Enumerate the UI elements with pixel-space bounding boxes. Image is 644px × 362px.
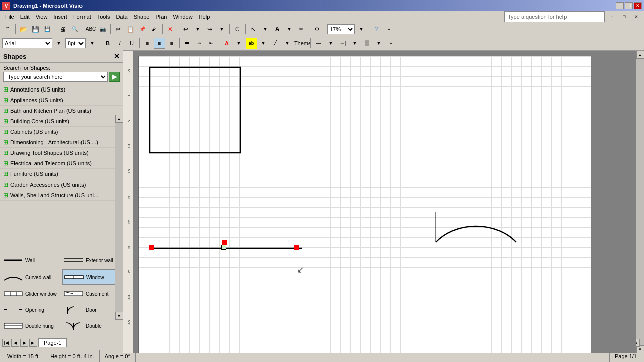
font-color-btn[interactable]: A — [221, 38, 232, 49]
menu-edit[interactable]: Edit — [17, 13, 33, 21]
fmt-options-btn[interactable]: » — [385, 38, 396, 49]
menu-window[interactable]: Window — [170, 13, 196, 21]
shape-window[interactable]: Window — [62, 269, 121, 285]
category-cabinets[interactable]: ⊞ Cabinets (US units) — [0, 127, 123, 137]
print-preview-btn[interactable]: 🔍 — [69, 24, 80, 35]
line-style-dropdown[interactable]: ▼ — [325, 38, 336, 49]
shape-connect-btn[interactable]: ⬡ — [232, 24, 243, 35]
zoom-select[interactable]: 17% 25% 50% 75% 100% — [327, 24, 355, 34]
shapes-close-btn[interactable]: ✕ — [114, 52, 120, 60]
menu-insert[interactable]: Insert — [50, 13, 70, 21]
open-btn[interactable]: 📂 — [18, 24, 29, 35]
new-btn[interactable]: 🗋 — [2, 24, 13, 35]
align-right-btn[interactable]: ≡ — [166, 38, 177, 49]
menu-data[interactable]: Data — [113, 13, 130, 21]
line-ends-dropdown[interactable]: ▼ — [349, 38, 360, 49]
app-min-btn[interactable]: − — [607, 11, 618, 22]
paste-btn[interactable]: 📌 — [137, 24, 148, 35]
endpoint-left-handle[interactable] — [149, 245, 154, 250]
selected-shape-wall[interactable] — [149, 243, 305, 254]
page-last-btn[interactable]: ▶| — [29, 339, 37, 347]
shape-glider-window[interactable]: Glider window — [2, 287, 60, 301]
category-dimensioning[interactable]: ⊞ Dimensioning - Architectural (US ...) — [0, 137, 123, 148]
shapes-scrollbar[interactable]: ▲ ▼ — [115, 115, 123, 320]
category-bath[interactable]: ⊞ Bath and Kitchen Plan (US units) — [0, 106, 123, 116]
redo-btn[interactable]: ↪ — [204, 24, 215, 35]
page-prev-btn[interactable]: ◀ — [11, 339, 19, 347]
drawing-canvas[interactable]: ↙ — [133, 51, 636, 353]
font-color-dropdown[interactable]: ▼ — [233, 38, 245, 49]
underline-btn[interactable]: U — [126, 38, 137, 49]
window-min-btn[interactable]: − — [616, 2, 624, 9]
font-select[interactable]: Arial — [2, 38, 52, 48]
align-center-btn[interactable]: ≡ — [154, 38, 165, 49]
bullets-btn[interactable]: ≔ — [182, 38, 193, 49]
endpoint-right-handle[interactable] — [294, 245, 299, 250]
undo-btn[interactable]: ↩ — [180, 24, 191, 35]
font-size-select[interactable]: 8pt 10pt 12pt — [65, 38, 86, 48]
spell-btn[interactable]: ABC — [85, 24, 96, 35]
category-drawing-tools[interactable]: ⊞ Drawing Tool Shapes (US units) — [0, 148, 123, 158]
connector-btn[interactable]: ⚙ — [311, 24, 323, 35]
menu-view[interactable]: View — [33, 13, 51, 21]
indent-more-btn[interactable]: ⇥ — [194, 38, 205, 49]
indent-less-btn[interactable]: ⇤ — [206, 38, 217, 49]
midpoint-handle[interactable] — [221, 245, 226, 250]
menu-plan[interactable]: Plan — [152, 13, 170, 21]
category-garden[interactable]: ⊞ Garden Accessories (US units) — [0, 179, 123, 190]
shape-exterior-wall[interactable]: Exterior wall — [62, 253, 121, 267]
shape-room[interactable] — [149, 66, 265, 167]
shadow-btn[interactable]: ▒ — [361, 38, 372, 49]
save-as-btn[interactable]: 💾 — [42, 24, 53, 35]
menu-help[interactable]: Help — [196, 13, 213, 21]
category-appliances[interactable]: ⊞ Appliances (US units) — [0, 95, 123, 106]
vertical-scrollbar[interactable]: ▲ ▼ — [636, 51, 644, 353]
theme-btn[interactable]: Theme — [297, 38, 308, 49]
save-btn[interactable]: 💾 — [30, 24, 41, 35]
search-input[interactable]: Type your search here — [3, 72, 108, 82]
menu-tools[interactable]: Tools — [94, 13, 113, 21]
zoom-dropdown-btn[interactable]: ▼ — [356, 24, 367, 35]
line-color-btn[interactable]: ╱ — [270, 38, 281, 49]
menu-shape[interactable]: Shape — [131, 13, 153, 21]
screenshot-btn[interactable]: 📷 — [97, 24, 108, 35]
app-close-btn[interactable]: ✕ — [631, 11, 642, 22]
window-controls[interactable]: − ❐ ✕ — [616, 2, 642, 9]
category-furniture[interactable]: ⊞ Furniture (US units) — [0, 169, 123, 179]
shape-door-arc[interactable] — [431, 202, 531, 252]
window-restore-btn[interactable]: ❐ — [625, 2, 633, 9]
text-dropdown-btn[interactable]: ▼ — [284, 24, 295, 35]
shape-curved-wall[interactable]: Curved wall — [2, 269, 60, 285]
draw-btn[interactable]: ✏ — [296, 24, 307, 35]
search-go-btn[interactable]: ▶ — [109, 72, 120, 82]
pointer-btn[interactable]: ↖ — [248, 24, 259, 35]
shape-door[interactable]: Door — [62, 303, 121, 317]
highlight-btn[interactable]: ab — [246, 38, 257, 49]
page-tab-1[interactable]: Page-1 — [38, 338, 67, 347]
toolbar-options-btn[interactable]: » — [383, 24, 394, 35]
shape-casement[interactable]: Casement — [62, 287, 121, 301]
help-btn[interactable]: ? — [371, 24, 382, 35]
drawing-paper[interactable]: ↙ — [138, 56, 591, 353]
scroll-up-btn[interactable]: ▲ — [636, 51, 645, 59]
text-btn[interactable]: A — [272, 24, 283, 35]
font-dropdown-btn[interactable]: ▼ — [53, 38, 64, 49]
scroll-up-btn[interactable]: ▲ — [115, 115, 123, 123]
shape-double[interactable]: Double — [62, 319, 121, 333]
cut-btn[interactable]: ✂ — [113, 24, 124, 35]
copy-btn[interactable]: 📋 — [125, 24, 136, 35]
category-annotations[interactable]: ⊞ Annotations (US units) — [0, 84, 123, 95]
window-close-btn[interactable]: ✕ — [634, 2, 642, 9]
redo-dropdown-btn[interactable]: ▼ — [216, 24, 227, 35]
undo-dropdown-btn[interactable]: ▼ — [192, 24, 203, 35]
italic-btn[interactable]: I — [114, 38, 125, 49]
shadow-dropdown[interactable]: ▼ — [373, 38, 384, 49]
help-search-input[interactable]: Type a question for help — [504, 11, 605, 22]
menu-file[interactable]: File — [2, 13, 17, 21]
delete-btn[interactable]: ✕ — [165, 24, 176, 35]
pointer-dropdown-btn[interactable]: ▼ — [260, 24, 271, 35]
shape-double-hung[interactable]: Double hung — [2, 319, 60, 333]
print-btn[interactable]: 🖨 — [57, 24, 68, 35]
highlight-dropdown[interactable]: ▼ — [258, 38, 269, 49]
menu-format[interactable]: Format — [70, 13, 94, 21]
